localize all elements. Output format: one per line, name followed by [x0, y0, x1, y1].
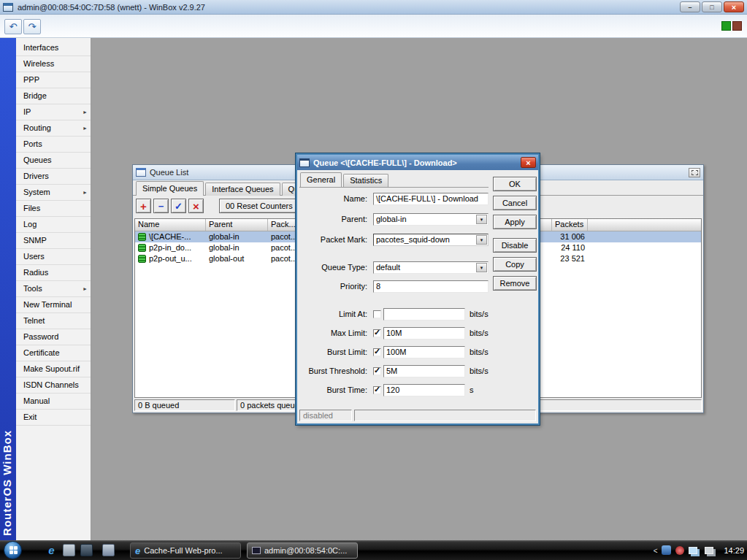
limit-at-input[interactable] — [383, 308, 465, 321]
sidebar-item-bridge[interactable]: Bridge — [16, 88, 91, 104]
tray-network-icon[interactable] — [662, 545, 671, 555]
sidebar-item-ip[interactable]: IP — [16, 104, 91, 120]
parent-label: Parent: — [300, 215, 367, 223]
field-row-parent: Parent: global-in — [300, 213, 491, 226]
name-input[interactable]: \[CACHE-FULL\] - Download — [373, 193, 489, 205]
tray-alert-icon[interactable] — [675, 546, 684, 555]
max-limit-input[interactable]: 10M — [383, 327, 465, 340]
cell-packets: 24 110 — [552, 242, 588, 253]
disable-button[interactable]: Disable — [493, 238, 537, 253]
taskbar-item-browser[interactable]: Cache-Full Web-pro... — [130, 542, 241, 559]
burst-time-checkbox[interactable] — [373, 386, 381, 394]
sidebar-item-ports[interactable]: Ports — [16, 137, 91, 153]
enable-icon[interactable] — [171, 199, 186, 213]
ok-button[interactable]: OK — [493, 177, 537, 191]
minimize-icon[interactable] — [680, 1, 700, 12]
sidebar-item-users[interactable]: Users — [16, 249, 91, 265]
sidebar-item-radius[interactable]: Radius — [16, 265, 91, 281]
column-parent[interactable]: Parent — [206, 219, 268, 231]
reset-counters-button[interactable]: 00 Reset Counters — [219, 199, 299, 213]
window-switcher-icon[interactable] — [80, 544, 93, 556]
undo-icon[interactable] — [4, 19, 22, 34]
burst-threshold-input[interactable]: 5M — [383, 365, 465, 377]
tab-interface-queues[interactable]: Interface Queues — [205, 183, 280, 196]
sidebar-item-make-supout[interactable]: Make Supout.rif — [16, 361, 91, 377]
burst-threshold-label: Burst Threshold: — [300, 367, 367, 375]
sidebar-item-queues[interactable]: Queues — [16, 153, 91, 169]
packet-mark-select[interactable]: pacotes_squid-down — [373, 234, 489, 246]
tray-display-icon[interactable] — [705, 547, 713, 554]
sidebar-item-label: Telnet — [23, 316, 45, 325]
tab-simple-queues[interactable]: Simple Queues — [136, 181, 204, 196]
sidebar-item-snmp[interactable]: SNMP — [16, 233, 91, 249]
dialog-titlebar[interactable]: Queue <\[CACHE-FULL\] - Download> — [297, 155, 538, 170]
sidebar-item-interfaces[interactable]: Interfaces — [16, 40, 91, 56]
sidebar-item-files[interactable]: Files — [16, 201, 91, 217]
cell-packets: 23 521 — [552, 253, 588, 264]
remove-icon[interactable] — [153, 199, 169, 213]
sidebar-item-drivers[interactable]: Drivers — [16, 169, 91, 185]
sidebar-item-password[interactable]: Password — [16, 329, 91, 345]
task-label: admin@00:08:54:0C:... — [264, 546, 347, 555]
ie-icon[interactable] — [45, 544, 58, 556]
limit-at-label: Limit At: — [300, 310, 367, 318]
remove-button[interactable]: Remove — [493, 276, 537, 291]
chevron-down-icon[interactable] — [476, 235, 487, 245]
tray-connection-icon[interactable] — [689, 547, 697, 554]
sidebar-item-certificate[interactable]: Certificate — [16, 345, 91, 361]
column-packets[interactable]: Packets — [552, 219, 588, 231]
tray-expand-icon[interactable] — [654, 546, 658, 555]
sidebar-item-manual[interactable]: Manual — [16, 394, 91, 410]
maximize-icon[interactable] — [702, 1, 722, 12]
burst-threshold-checkbox[interactable] — [373, 367, 381, 375]
disable-icon[interactable] — [188, 199, 204, 213]
tab-general[interactable]: General — [300, 172, 342, 187]
sidebar-item-wireless[interactable]: Wireless — [16, 56, 91, 72]
winbox-app: admin@00:08:54:0C:7D:58 (wnett) - WinBox… — [0, 0, 747, 560]
task-label: Cache-Full Web-pro... — [144, 546, 222, 555]
cancel-button[interactable]: Cancel — [493, 196, 537, 210]
copy-button[interactable]: Copy — [493, 257, 537, 272]
sidebar-item-tools[interactable]: Tools — [16, 281, 91, 297]
sidebar-item-routing[interactable]: Routing — [16, 120, 91, 137]
sidebar-item-log[interactable]: Log — [16, 217, 91, 233]
status-red-icon — [732, 21, 742, 31]
close-icon[interactable] — [724, 1, 744, 12]
queue-type-select[interactable]: default — [373, 261, 489, 274]
priority-input[interactable]: 8 — [373, 280, 489, 293]
burst-limit-checkbox[interactable] — [373, 348, 381, 356]
queue-type-label: Queue Type: — [300, 263, 367, 272]
sidebar-item-label: Make Supout.rif — [23, 364, 80, 373]
priority-label: Priority: — [300, 282, 367, 291]
show-desktop-icon[interactable] — [63, 544, 75, 556]
chevron-down-icon[interactable] — [476, 263, 487, 272]
sidebar-item-system[interactable]: System — [16, 185, 91, 201]
max-limit-checkbox[interactable] — [373, 329, 381, 337]
titlebar[interactable]: admin@00:08:54:0C:7D:58 (wnett) - WinBox… — [0, 0, 747, 15]
sidebar-item-label: Password — [23, 332, 58, 341]
column-name[interactable]: Name — [135, 219, 206, 231]
burst-time-input[interactable]: 120 — [383, 384, 465, 396]
start-button[interactable] — [4, 541, 22, 559]
sidebar-item-telnet[interactable]: Telnet — [16, 313, 91, 329]
detach-icon[interactable] — [689, 168, 700, 177]
add-icon[interactable] — [136, 199, 151, 213]
close-icon[interactable] — [521, 157, 536, 168]
tab-statistics[interactable]: Statistics — [343, 174, 388, 187]
parent-select[interactable]: global-in — [373, 213, 489, 226]
apply-button[interactable]: Apply — [493, 215, 537, 229]
sidebar-item-label: Users — [23, 252, 45, 261]
status-green-icon — [721, 21, 731, 31]
burst-threshold-value: 5M — [386, 366, 462, 376]
sidebar-item-isdn-channels[interactable]: ISDN Channels — [16, 377, 91, 394]
limit-at-checkbox[interactable] — [373, 310, 381, 318]
media-player-icon[interactable] — [102, 544, 115, 556]
burst-limit-input[interactable]: 100M — [383, 346, 465, 358]
redo-icon[interactable] — [23, 19, 41, 34]
sidebar-item-new-terminal[interactable]: New Terminal — [16, 297, 91, 313]
sidebar-item-ppp[interactable]: PPP — [16, 72, 91, 88]
taskbar-item-winbox[interactable]: admin@00:08:54:0C:... — [247, 542, 358, 559]
sidebar-item-label: New Terminal — [23, 300, 72, 309]
sidebar-item-exit[interactable]: Exit — [16, 410, 91, 426]
chevron-down-icon[interactable] — [476, 215, 487, 224]
